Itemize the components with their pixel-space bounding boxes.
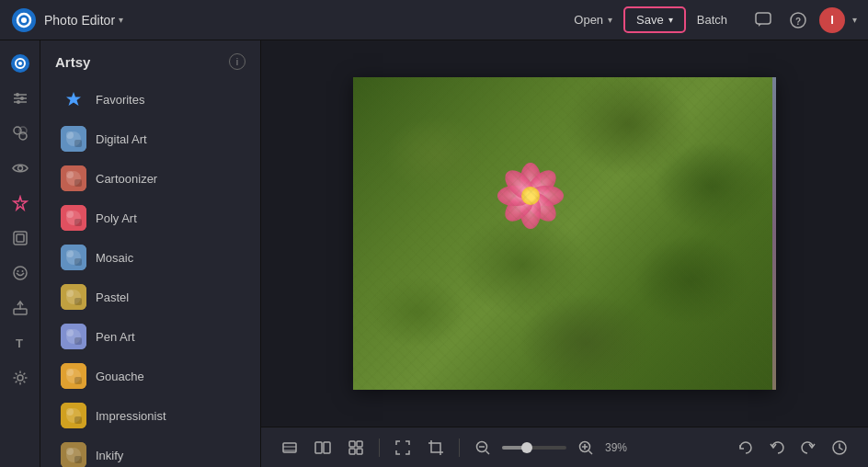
main-content: T Artsy i Favorites bbox=[0, 40, 868, 467]
save-button[interactable]: Save ▾ bbox=[623, 6, 686, 33]
artsy-item-poly-art[interactable]: Poly Art bbox=[46, 199, 255, 237]
svg-rect-3 bbox=[756, 13, 771, 24]
svg-point-34 bbox=[66, 171, 74, 178]
zoom-in-button[interactable] bbox=[572, 434, 600, 461]
artsy-item-impressionist[interactable]: Impressionist bbox=[46, 396, 255, 435]
artsy-item-label: Digital Art bbox=[96, 132, 147, 146]
svg-point-21 bbox=[14, 267, 27, 279]
artsy-item-mosaic[interactable]: Mosaic bbox=[46, 238, 255, 277]
open-chevron: ▾ bbox=[608, 15, 612, 25]
artsy-item-pen-art[interactable]: Pen Art bbox=[46, 317, 255, 356]
favorites-icon bbox=[61, 86, 86, 112]
compare-button[interactable] bbox=[309, 434, 337, 461]
svg-point-18 bbox=[17, 166, 22, 171]
crop-button[interactable] bbox=[422, 434, 450, 461]
fit-to-screen-button[interactable] bbox=[389, 434, 417, 461]
svg-point-17 bbox=[19, 127, 27, 134]
rotate-button[interactable] bbox=[732, 434, 760, 461]
svg-point-46 bbox=[66, 290, 74, 297]
grid-button[interactable] bbox=[342, 434, 370, 461]
app-logo[interactable] bbox=[11, 7, 37, 33]
artsy-thumb-1 bbox=[61, 126, 86, 152]
svg-point-50 bbox=[66, 329, 74, 336]
artsy-title: Artsy bbox=[55, 54, 90, 70]
batch-button[interactable]: Batch bbox=[686, 8, 738, 31]
redo-button[interactable] bbox=[794, 434, 822, 461]
artsy-item-label: Mosaic bbox=[96, 251, 133, 265]
svg-text:?: ? bbox=[795, 16, 801, 26]
filters-icon[interactable] bbox=[5, 118, 36, 149]
open-button[interactable]: Open ▾ bbox=[563, 8, 623, 31]
artsy-info-button[interactable]: i bbox=[229, 53, 246, 70]
topbar-icons: ? I ▾ bbox=[749, 6, 857, 34]
svg-rect-51 bbox=[74, 337, 82, 345]
svg-rect-88 bbox=[324, 442, 330, 453]
app-title-group[interactable]: Photo Editor ▾ bbox=[44, 13, 123, 28]
svg-point-12 bbox=[16, 93, 19, 97]
canvas-area: 39% bbox=[261, 40, 868, 467]
help-button[interactable]: ? bbox=[784, 6, 812, 34]
history-button[interactable] bbox=[826, 434, 853, 461]
artsy-list: Favorites Digital Art Cart bbox=[40, 79, 260, 467]
artsy-item-inkify[interactable]: Inkify bbox=[46, 436, 255, 467]
artsy-item-label: Pastel bbox=[96, 290, 129, 304]
artsy-thumb-4 bbox=[61, 245, 86, 270]
svg-line-99 bbox=[589, 450, 593, 454]
user-avatar[interactable]: I bbox=[819, 7, 845, 33]
bottom-right-icons bbox=[732, 434, 853, 461]
user-chevron: ▾ bbox=[852, 15, 857, 25]
zoom-percent-label: 39% bbox=[605, 441, 638, 454]
artsy-item-label: Cartoonizer bbox=[96, 172, 157, 186]
adjustments-icon[interactable] bbox=[5, 83, 36, 114]
sticker-icon[interactable] bbox=[5, 257, 36, 289]
artsy-thumb-7 bbox=[61, 363, 86, 389]
artsy-item-label: Impressionist bbox=[96, 409, 166, 423]
settings-icon[interactable] bbox=[5, 362, 36, 393]
svg-point-8 bbox=[18, 62, 22, 65]
artsy-item-label: Inkify bbox=[96, 449, 123, 462]
artsy-item-label: Gouache bbox=[96, 370, 144, 383]
layers-button[interactable] bbox=[276, 434, 303, 461]
artsy-item-pastel[interactable]: Pastel bbox=[46, 278, 255, 316]
save-chevron: ▾ bbox=[668, 15, 673, 25]
export-icon[interactable] bbox=[5, 292, 36, 324]
lily-background bbox=[353, 77, 776, 390]
svg-point-2 bbox=[21, 17, 27, 23]
logo-rail-icon[interactable] bbox=[5, 48, 36, 79]
bottom-toolbar: 39% bbox=[261, 427, 868, 467]
artsy-thumb-8 bbox=[61, 403, 86, 428]
svg-rect-43 bbox=[74, 258, 82, 266]
svg-rect-63 bbox=[74, 456, 82, 463]
artsy-item-favorites[interactable]: Favorites bbox=[46, 80, 255, 119]
svg-rect-89 bbox=[349, 441, 355, 447]
artsy-thumb-6 bbox=[61, 324, 86, 349]
svg-rect-90 bbox=[357, 441, 362, 447]
eye-icon[interactable] bbox=[5, 153, 36, 184]
svg-rect-87 bbox=[315, 442, 322, 453]
zoom-control bbox=[502, 446, 566, 450]
svg-rect-55 bbox=[74, 377, 82, 384]
artsy-panel: Artsy i Favorites Digital A bbox=[40, 40, 261, 467]
svg-rect-20 bbox=[17, 234, 24, 242]
artsy-thumb-3 bbox=[61, 205, 86, 231]
artsy-header: Artsy i bbox=[40, 40, 260, 79]
svg-point-42 bbox=[66, 250, 74, 257]
zoom-out-button[interactable] bbox=[469, 434, 497, 461]
chat-button[interactable] bbox=[749, 6, 777, 34]
svg-point-27 bbox=[17, 375, 23, 381]
artsy-item-cartoonizer[interactable]: Cartoonizer bbox=[46, 159, 255, 198]
zoom-slider[interactable] bbox=[502, 446, 566, 450]
svg-text:T: T bbox=[16, 336, 23, 350]
svg-rect-31 bbox=[74, 140, 82, 147]
svg-rect-19 bbox=[14, 232, 27, 245]
svg-rect-92 bbox=[357, 449, 362, 454]
artsy-effects-icon[interactable] bbox=[5, 188, 36, 219]
undo-button[interactable] bbox=[763, 434, 791, 461]
artsy-item-digital-art[interactable]: Digital Art bbox=[46, 120, 255, 158]
overlay-icon[interactable] bbox=[5, 222, 36, 254]
svg-rect-59 bbox=[74, 416, 82, 424]
artsy-item-gouache[interactable]: Gouache bbox=[46, 357, 255, 395]
text-icon[interactable]: T bbox=[5, 327, 36, 359]
canvas-content[interactable] bbox=[261, 40, 868, 427]
flower-center bbox=[521, 187, 540, 205]
